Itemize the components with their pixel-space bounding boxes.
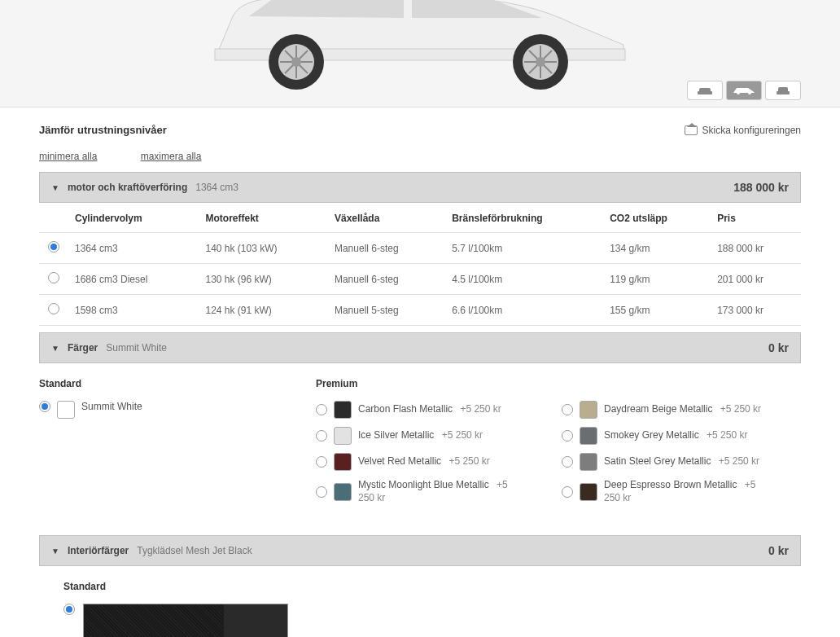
color-label: Ice Silver Metallic +5 250 kr bbox=[358, 429, 483, 442]
view-side-button[interactable] bbox=[726, 81, 762, 100]
cell-co2: 119 g/km bbox=[603, 264, 711, 295]
maximize-all-link[interactable]: maximera alla bbox=[141, 151, 202, 162]
engine-subtitle: 1364 cm3 bbox=[195, 182, 238, 193]
color-radio[interactable] bbox=[562, 486, 573, 498]
cell-cyl: 1364 cm3 bbox=[68, 233, 199, 264]
send-config-link[interactable]: Skicka konfigureringen bbox=[685, 125, 801, 136]
color-price: +5 250 kr bbox=[446, 455, 490, 467]
engine-row: 1598 cm3 124 hk (91 kW) Manuell 5-steg 6… bbox=[39, 295, 801, 326]
color-label: Summit White bbox=[81, 401, 142, 414]
colors-title: Färger bbox=[68, 342, 98, 354]
col-gear: Växellåda bbox=[328, 203, 445, 233]
color-swatch bbox=[334, 427, 352, 445]
color-price: +5 250 kr bbox=[358, 479, 508, 503]
chevron-down-icon: ▼ bbox=[51, 547, 59, 556]
cell-fuel: 5.7 l/100km bbox=[445, 233, 603, 264]
cell-power: 140 hk (103 kW) bbox=[199, 233, 328, 264]
engine-row: 1686 cm3 Diesel 130 hk (96 kW) Manuell 6… bbox=[39, 264, 801, 295]
chevron-down-icon: ▼ bbox=[51, 344, 59, 353]
color-radio[interactable] bbox=[316, 456, 327, 468]
svg-point-17 bbox=[737, 91, 740, 94]
car-image bbox=[200, 0, 640, 100]
color-swatch bbox=[57, 401, 75, 419]
view-buttons bbox=[687, 81, 801, 100]
cell-power: 124 hk (91 kW) bbox=[199, 295, 328, 326]
color-radio[interactable] bbox=[39, 401, 50, 412]
send-config-label: Skicka konfigureringen bbox=[702, 125, 801, 136]
cell-cyl: 1686 cm3 Diesel bbox=[68, 264, 199, 295]
color-option: Ice Silver Metallic +5 250 kr bbox=[316, 427, 521, 445]
color-option: Smokey Grey Metallic +5 250 kr bbox=[562, 427, 767, 445]
color-label: Carbon Flash Metallic +5 250 kr bbox=[358, 403, 501, 416]
color-price: +5 250 kr bbox=[704, 429, 748, 441]
colors-section-header[interactable]: ▼ Färger Summit White 0 kr bbox=[39, 332, 801, 363]
cell-fuel: 4.5 l/100km bbox=[445, 264, 603, 295]
col-pris: Pris bbox=[711, 203, 801, 233]
color-price: +5 250 kr bbox=[604, 479, 755, 503]
svg-point-7 bbox=[291, 57, 301, 67]
color-swatch bbox=[580, 401, 597, 419]
chevron-down-icon: ▼ bbox=[51, 183, 59, 192]
cell-gear: Manuell 6-steg bbox=[328, 233, 445, 264]
colors-subtitle: Summit White bbox=[106, 342, 167, 354]
hero-panel bbox=[0, 0, 840, 108]
svg-point-14 bbox=[536, 57, 545, 67]
color-label: Deep Espresso Brown Metallic +5 250 kr bbox=[604, 479, 767, 504]
color-label: Smokey Grey Metallic +5 250 kr bbox=[604, 429, 747, 442]
color-swatch bbox=[580, 453, 597, 471]
cell-gear: Manuell 5-steg bbox=[328, 295, 445, 326]
color-radio[interactable] bbox=[316, 430, 327, 442]
color-swatch bbox=[334, 401, 352, 419]
color-radio[interactable] bbox=[562, 456, 573, 468]
cell-co2: 134 g/km bbox=[603, 233, 711, 264]
engine-price: 188 000 kr bbox=[733, 181, 789, 194]
engine-radio[interactable] bbox=[48, 241, 59, 253]
engine-radio[interactable] bbox=[48, 272, 59, 283]
color-option: Velvet Red Metallic +5 250 kr bbox=[316, 453, 521, 471]
envelope-icon bbox=[685, 125, 698, 135]
color-price: +5 250 kr bbox=[715, 455, 759, 467]
color-label: Satin Steel Grey Metallic +5 250 kr bbox=[604, 455, 759, 468]
engine-title: motor och kraftöverföring bbox=[68, 182, 187, 193]
cell-gear: Manuell 6-steg bbox=[328, 264, 445, 295]
interior-option-radio[interactable] bbox=[63, 604, 75, 615]
interior-price: 0 kr bbox=[768, 544, 789, 557]
engine-radio[interactable] bbox=[48, 303, 59, 314]
engine-table: Cylindervolym Motoreffekt Växellåda Brän… bbox=[39, 203, 801, 326]
minimize-all-link[interactable]: minimera alla bbox=[39, 151, 97, 162]
interior-title: Interiörfärger bbox=[68, 545, 129, 556]
interior-subtitle: Tygklädsel Mesh Jet Black bbox=[137, 545, 252, 556]
color-option: Mystic Moonlight Blue Metallic +5 250 kr bbox=[316, 479, 521, 504]
view-front-button[interactable] bbox=[687, 81, 723, 100]
color-swatch bbox=[334, 453, 352, 471]
interior-section-header[interactable]: ▼ Interiörfärger Tygklädsel Mesh Jet Bla… bbox=[39, 535, 801, 566]
color-radio[interactable] bbox=[562, 404, 573, 415]
engine-section-header[interactable]: ▼ motor och kraftöverföring 1364 cm3 188… bbox=[39, 172, 801, 203]
svg-point-18 bbox=[748, 91, 751, 94]
color-label: Mystic Moonlight Blue Metallic +5 250 kr bbox=[358, 479, 521, 504]
svg-rect-16 bbox=[698, 91, 712, 94]
cell-co2: 155 g/km bbox=[603, 295, 711, 326]
col-fuel: Bränsleförbrukning bbox=[445, 203, 603, 233]
color-swatch bbox=[580, 427, 597, 445]
color-price: +5 250 kr bbox=[439, 429, 483, 441]
color-option: Satin Steel Grey Metallic +5 250 kr bbox=[562, 453, 767, 471]
color-swatch bbox=[580, 483, 597, 501]
color-swatch bbox=[334, 483, 352, 501]
engine-row: 1364 cm3 140 hk (103 kW) Manuell 6-steg … bbox=[39, 233, 801, 264]
color-option: Carbon Flash Metallic +5 250 kr bbox=[316, 401, 521, 419]
color-radio[interactable] bbox=[316, 404, 327, 415]
view-rear-button[interactable] bbox=[765, 81, 801, 100]
interior-swatch-image bbox=[83, 604, 288, 637]
col-co2: CO2 utsläpp bbox=[603, 203, 711, 233]
color-radio[interactable] bbox=[316, 486, 327, 498]
color-option: Summit White bbox=[39, 401, 283, 419]
cell-cyl: 1598 cm3 bbox=[68, 295, 199, 326]
cell-power: 130 hk (96 kW) bbox=[199, 264, 328, 295]
color-radio[interactable] bbox=[562, 430, 573, 442]
standard-label: Standard bbox=[39, 378, 283, 389]
colors-price: 0 kr bbox=[768, 341, 789, 354]
color-option: Deep Espresso Brown Metallic +5 250 kr bbox=[562, 479, 767, 504]
page-title: Jämför utrustningsnivåer bbox=[39, 124, 167, 136]
color-option: Daydream Beige Metallic +5 250 kr bbox=[562, 401, 767, 419]
